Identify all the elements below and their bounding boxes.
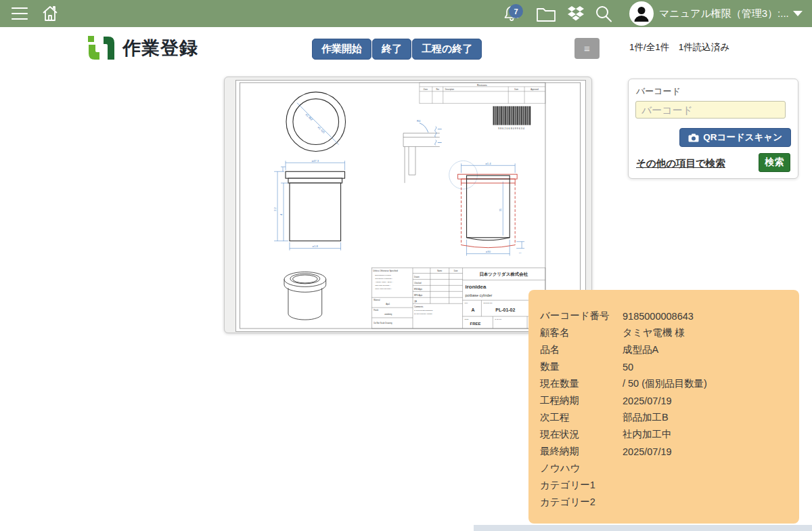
tb-material-label: Material bbox=[374, 299, 380, 301]
info-value: 9185000008643 bbox=[623, 311, 694, 322]
tb-finish-label: Finish bbox=[374, 309, 378, 312]
rev-col-rev: Rev bbox=[436, 88, 439, 91]
tb-drawing-no: PL-01-02 bbox=[495, 307, 515, 312]
info-label: 次工程 bbox=[540, 411, 623, 424]
tb-comment-1: CAD Generated Drawing bbox=[414, 310, 433, 312]
info-row-product: 品名 成型品A bbox=[540, 341, 799, 358]
dim-radius: R4 bbox=[417, 119, 421, 123]
info-row-next-process: 次工程 部品加工B bbox=[540, 409, 799, 426]
dim-total-height: 2.2 bbox=[273, 207, 277, 211]
record-load-status: 1件/全1件 1件読込済み bbox=[629, 41, 729, 54]
info-row-process-due: 工程納期 2025/07/19 bbox=[540, 392, 799, 409]
detail-section-view: R4 bbox=[403, 119, 442, 184]
process-end-button[interactable]: 工程の終了 bbox=[412, 39, 482, 60]
info-row-knowhow: ノウハウ bbox=[540, 460, 799, 477]
info-row-category1: カテゴリー1 bbox=[540, 477, 799, 494]
other-search-link[interactable]: その他の項目で検索 bbox=[636, 157, 725, 170]
search-icon[interactable] bbox=[594, 5, 613, 23]
top-view: ø1.962 ø1.425 bbox=[286, 92, 346, 152]
dim-bottom-diameter: ø30 bbox=[486, 250, 491, 253]
tb-date-header: Date bbox=[454, 270, 458, 272]
info-value: 社内加工中 bbox=[623, 428, 672, 441]
page-title: 作業登録 bbox=[122, 36, 198, 60]
notification-count-badge: 7 bbox=[509, 4, 523, 18]
dropbox-icon[interactable] bbox=[567, 5, 585, 22]
tb-name-header: Name bbox=[437, 270, 443, 272]
info-row-status: 現在状況 社内加工中 bbox=[540, 426, 799, 443]
brand-mark-icon bbox=[87, 35, 116, 61]
info-value: 2025/07/19 bbox=[623, 396, 672, 406]
work-start-button[interactable]: 作業開始 bbox=[312, 39, 371, 60]
tb-spec-line: Angular: Mach ± Bend ± bbox=[375, 281, 393, 283]
info-value: タミヤ電機 様 bbox=[623, 326, 685, 339]
dim-inner-diameter: ø1.425 bbox=[317, 125, 325, 134]
info-label: 品名 bbox=[540, 343, 623, 356]
info-value: 部品加工B bbox=[623, 411, 669, 424]
info-row-barcode: バーコード番号 9185000008643 bbox=[540, 307, 799, 324]
info-label: 最終納期 bbox=[540, 445, 623, 458]
tb-row-qa: QA bbox=[414, 300, 417, 303]
info-label: 現在状況 bbox=[540, 428, 623, 441]
highlighted-view: ø1.4 ø30 35 1 bbox=[449, 161, 524, 255]
info-value: / 50 (個別品目数量) bbox=[623, 377, 707, 390]
tb-scale-value: FREE bbox=[470, 322, 481, 326]
folder-icon[interactable] bbox=[536, 6, 556, 22]
user-role-label[interactable]: マニュアル権限（管理3）:... bbox=[659, 7, 789, 20]
tb-scale-label: Scale bbox=[465, 318, 470, 320]
tb-comments-label: Comments bbox=[414, 305, 424, 308]
info-value: 50 bbox=[623, 362, 633, 373]
home-icon[interactable] bbox=[41, 4, 60, 23]
avatar[interactable] bbox=[629, 1, 654, 26]
tb-unless-label: Unless Otherwise Specified: bbox=[373, 270, 398, 272]
tb-spec-line: Dimensions in inches bbox=[375, 274, 391, 276]
end-button[interactable]: 終了 bbox=[372, 39, 411, 60]
dim-outer-diameter: ø1.962 bbox=[305, 112, 314, 121]
search-button[interactable]: 検索 bbox=[759, 153, 790, 172]
tb-brand: ironidea bbox=[466, 284, 487, 290]
tb-spec-line: Three Place Decimal ± bbox=[375, 288, 392, 290]
top-bar: 7 マニュアル権限（管理3）:... bbox=[0, 0, 812, 27]
tb-comment-2: Do Not Manually Update bbox=[414, 313, 433, 315]
qr-scan-label: QRコードスキャン bbox=[703, 131, 782, 144]
info-row-customer: 顧客名 タミヤ電機 様 bbox=[540, 324, 799, 341]
dim-body-height: 4 bbox=[279, 213, 283, 215]
tb-row-checked: Checked bbox=[414, 282, 422, 284]
list-menu-button[interactable]: ≡ bbox=[574, 38, 600, 59]
barcode-search-panel: バーコード QRコードスキャン その他の項目で検索 検索 bbox=[628, 79, 798, 179]
tb-part-name: potbase cylinder bbox=[466, 293, 493, 297]
tb-finish-value: anodizing bbox=[384, 313, 392, 316]
info-value: 成型品A bbox=[623, 343, 658, 356]
rev-col-description: Description bbox=[445, 88, 455, 91]
revisions-table: Revisions Zone Rev Description Date Appr… bbox=[420, 83, 545, 104]
info-label: 現在数量 bbox=[540, 377, 623, 390]
rev-col-date: Date bbox=[514, 88, 518, 91]
info-row-current-quantity: 現在数量 / 50 (個別品目数量) bbox=[540, 375, 799, 392]
info-label: ノウハウ bbox=[540, 462, 623, 475]
isometric-view bbox=[284, 272, 326, 320]
front-view: ø47.3 ø1.7 ø1.8 2.2 4 bbox=[273, 159, 344, 251]
app-logo: 作業登録 bbox=[87, 35, 198, 61]
tb-drawing-no-label: Drawing No. bbox=[483, 302, 493, 304]
tb-row-eng: ENG Appr. bbox=[414, 288, 423, 291]
barcode-digits: 9862068099634 bbox=[498, 127, 525, 130]
revisions-title: Revisions bbox=[477, 84, 487, 87]
hamburger-menu-icon[interactable] bbox=[11, 6, 28, 21]
barcode-input[interactable] bbox=[635, 101, 786, 119]
camera-icon bbox=[688, 133, 699, 142]
info-row-category2: カテゴリー2 bbox=[540, 494, 799, 511]
info-label: 顧客名 bbox=[540, 326, 623, 339]
dim-inner-height: 35 bbox=[499, 208, 502, 211]
chevron-down-icon[interactable] bbox=[793, 11, 803, 16]
person-icon bbox=[631, 3, 652, 24]
dim-top-diameter: ø1.4 bbox=[485, 162, 491, 165]
tb-no-scale-note: Do Not Scale Drawing bbox=[374, 322, 392, 324]
horizontal-scrollbar[interactable] bbox=[474, 525, 812, 531]
info-label: バーコード番号 bbox=[540, 310, 623, 322]
info-label: カテゴリー1 bbox=[540, 479, 623, 492]
info-value: 2025/07/19 bbox=[623, 446, 672, 457]
dim-cap-diameter: ø47.3 bbox=[311, 159, 319, 163]
tb-company-name: 日本ツクリダス株式会社 bbox=[479, 272, 528, 277]
info-label: 工程納期 bbox=[540, 394, 623, 407]
info-row-final-due: 最終納期 2025/07/19 bbox=[540, 443, 799, 460]
qr-scan-button[interactable]: QRコードスキャン bbox=[679, 128, 791, 147]
